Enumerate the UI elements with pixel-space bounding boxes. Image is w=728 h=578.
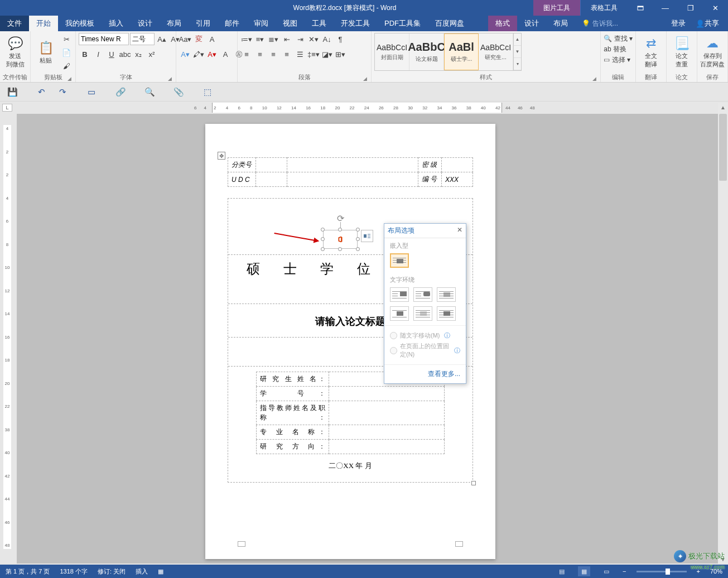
distributed-button[interactable]: ☰ <box>294 48 306 60</box>
qat-save-button[interactable]: 💾 <box>7 86 18 98</box>
select-button[interactable]: ▭ 选择 ▾ <box>604 55 630 65</box>
tell-me-search[interactable]: 💡 告诉我... <box>582 16 618 31</box>
styles-launcher-icon[interactable]: ◢ <box>592 76 596 81</box>
justify-button[interactable]: ≡ <box>281 48 293 60</box>
qat-redo-button[interactable]: ↷ <box>57 86 68 98</box>
cell-secret-value[interactable] <box>442 158 473 172</box>
cell-code-label[interactable]: 编 号 <box>418 172 442 187</box>
font-color-button[interactable]: A▾ <box>206 48 218 60</box>
tab-file[interactable]: 文件 <box>0 16 29 31</box>
tab-design[interactable]: 设计 <box>131 16 160 31</box>
sort-button[interactable]: A↓ <box>321 33 333 45</box>
strikethrough-button[interactable]: abc <box>119 48 131 60</box>
zoom-out-button[interactable]: − <box>623 568 626 575</box>
field-major-value[interactable] <box>329 425 445 440</box>
read-mode-button[interactable]: ▤ <box>556 566 568 576</box>
decrease-indent-button[interactable]: ⇤ <box>281 33 293 45</box>
style-master[interactable]: AaBl硕士学... <box>444 33 479 70</box>
tab-pdftools[interactable]: PDF工具集 <box>377 16 428 31</box>
zoom-slider-knob[interactable] <box>666 569 670 575</box>
qat-undo-button[interactable]: ↶ <box>36 86 47 98</box>
table-move-handle[interactable]: ✥ <box>218 152 225 160</box>
tab-home[interactable]: 开始 <box>29 16 58 31</box>
line-spacing-button[interactable]: ‡≡▾ <box>307 48 320 60</box>
align-center-button[interactable]: ≡ <box>254 48 266 60</box>
paragraph-launcher-icon[interactable]: ◢ <box>363 76 367 81</box>
gallery-more-icon[interactable]: ▾ <box>514 58 521 70</box>
wrap-tight-button[interactable] <box>413 287 432 302</box>
resize-handle[interactable] <box>356 228 360 232</box>
tab-baidu[interactable]: 百度网盘 <box>428 16 471 31</box>
info-icon[interactable]: ⓘ <box>454 346 460 355</box>
cell-udc-label[interactable]: U D C <box>228 172 256 187</box>
vertical-scrollbar[interactable]: ▲ ▼ <box>718 103 728 563</box>
wrap-inline-button[interactable] <box>390 253 409 268</box>
resize-handle[interactable] <box>338 247 342 251</box>
tab-table-design[interactable]: 设计 <box>517 16 546 31</box>
tab-layout[interactable]: 布局 <box>160 16 189 31</box>
cell-category-value[interactable] <box>256 158 287 172</box>
shading-button[interactable]: ◪▾ <box>321 48 333 60</box>
align-right-button[interactable]: ≡ <box>267 48 279 60</box>
status-insert[interactable]: 插入 <box>136 567 148 576</box>
style-thesis-title[interactable]: AaBbC论文标题 <box>409 33 444 70</box>
wrap-topbottom-button[interactable] <box>390 306 409 321</box>
text-effects-button[interactable]: A▾ <box>179 48 191 60</box>
status-macro-icon[interactable]: ▦ <box>158 568 163 575</box>
field-major-label[interactable]: 专 业 名 称： <box>257 425 329 440</box>
field-id-label[interactable]: 学 号： <box>257 387 329 401</box>
header-table[interactable]: 分类号 密 级 U D C 编 号 XXX <box>228 157 473 187</box>
qat-more-button[interactable]: ⬚ <box>202 86 213 98</box>
ribbon-options-button[interactable] <box>628 0 653 16</box>
tab-devtools[interactable]: 开发工具 <box>334 16 377 31</box>
format-painter-button[interactable]: 🖌 <box>60 60 73 72</box>
paste-button[interactable]: 📋粘贴 <box>33 33 58 72</box>
find-button[interactable]: 🔍 查找 ▾ <box>604 34 633 44</box>
status-page[interactable]: 第 1 页，共 7 页 <box>6 567 50 576</box>
restore-button[interactable]: ❐ <box>678 0 703 16</box>
numbering-button[interactable]: ≡▾ <box>254 33 266 45</box>
info-table[interactable]: 研 究 生 姓 名： 学 号： 指导教师姓名及职称： 专 业 名 称： 研 究 … <box>256 372 445 454</box>
tab-tools[interactable]: 工具 <box>305 16 334 31</box>
horizontal-ruler[interactable]: 642 246810121416182022242628303234363840… <box>17 103 717 113</box>
contextual-tab-table[interactable]: 表格工具 <box>580 0 628 16</box>
save-baidu-button[interactable]: ☁保存到 百度网盘 <box>700 33 725 72</box>
wrap-through-button[interactable] <box>437 287 456 302</box>
print-layout-button[interactable]: ▦ <box>578 566 590 576</box>
tab-selector[interactable]: L <box>2 104 12 112</box>
gallery-up-icon[interactable]: ▲ <box>514 33 521 46</box>
close-button[interactable]: ✕ <box>703 0 728 16</box>
align-left-button[interactable]: ≡ <box>240 48 253 60</box>
field-advisor-value[interactable] <box>329 401 445 425</box>
tab-insert[interactable]: 插入 <box>102 16 131 31</box>
cell-gap[interactable] <box>287 158 418 172</box>
bullets-button[interactable]: ≔▾ <box>240 33 253 45</box>
grow-font-button[interactable]: A▴ <box>156 33 168 45</box>
superscript-button[interactable]: x² <box>146 48 158 60</box>
tab-view[interactable]: 视图 <box>276 16 305 31</box>
show-marks-button[interactable]: ¶ <box>334 33 346 45</box>
share-button[interactable]: 👤 共享 <box>691 18 724 28</box>
qat-attach-button[interactable]: 📎 <box>173 86 184 98</box>
clipboard-launcher-icon[interactable]: ◢ <box>68 76 71 81</box>
char-shading-button[interactable]: A <box>219 48 232 60</box>
field-name-label[interactable]: 研 究 生 姓 名： <box>257 372 329 387</box>
style-grad[interactable]: AaBbCcI研究生... <box>479 33 513 70</box>
wrap-behind-button[interactable] <box>413 306 432 321</box>
document-area[interactable]: ✥ 分类号 密 级 U D C 编 号 XXX <box>17 114 718 563</box>
tab-table-layout[interactable]: 布局 <box>546 16 575 31</box>
cell-secret-label[interactable]: 密 级 <box>418 158 442 172</box>
translate-button[interactable]: ⇄全文 翻译 <box>639 33 663 72</box>
resize-handle[interactable] <box>321 237 325 241</box>
field-advisor-label[interactable]: 指导教师姓名及职称： <box>257 401 329 425</box>
cell-udc-value[interactable] <box>256 172 287 187</box>
layout-popup-close-button[interactable]: ✕ <box>457 226 462 235</box>
status-track[interactable]: 修订: 关闭 <box>98 567 126 576</box>
thesis-check-button[interactable]: 📃论文 查重 <box>669 33 694 72</box>
web-layout-button[interactable]: ▭ <box>600 566 613 576</box>
scroll-thumb[interactable] <box>719 114 727 181</box>
see-more-link[interactable]: 查看更多... <box>384 364 466 383</box>
char-border-button[interactable]: A <box>206 33 218 45</box>
resize-handle[interactable] <box>321 228 325 232</box>
phonetic-button[interactable]: 変 <box>192 33 205 45</box>
